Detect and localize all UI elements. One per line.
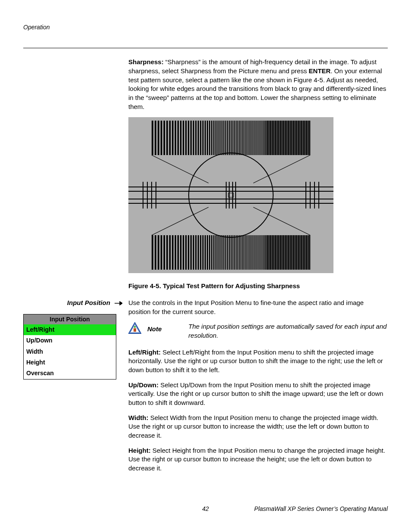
- svg-rect-197: [252, 235, 252, 270]
- svg-rect-36: [234, 121, 235, 155]
- menu-item-width: Width: [24, 346, 116, 357]
- svg-rect-289: [305, 235, 306, 270]
- svg-rect-103: [286, 121, 286, 155]
- svg-rect-17: [195, 121, 196, 155]
- page-footer: 42 PlasmaWall XP Series Owner’s Operatin…: [23, 505, 388, 513]
- svg-rect-110: [290, 121, 290, 155]
- svg-rect-58: [262, 121, 262, 155]
- svg-rect-56: [260, 121, 260, 155]
- svg-rect-155: [166, 235, 168, 270]
- svg-rect-114: [292, 121, 292, 155]
- svg-rect-44: [246, 121, 247, 155]
- svg-rect-163: [188, 235, 189, 270]
- svg-rect-236: [278, 235, 278, 270]
- svg-rect-75: [272, 121, 272, 155]
- test-pattern-image: [128, 117, 333, 273]
- svg-rect-133: [302, 121, 302, 155]
- svg-rect-19: [200, 121, 201, 155]
- svg-rect-122: [296, 121, 296, 155]
- svg-rect-208: [262, 235, 263, 270]
- svg-rect-4: [161, 121, 162, 155]
- svg-rect-120: [295, 121, 296, 155]
- svg-rect-213: [266, 235, 266, 270]
- svg-rect-225: [272, 235, 273, 270]
- svg-rect-46: [249, 121, 250, 155]
- svg-rect-2: [155, 121, 156, 155]
- svg-rect-45: [248, 121, 249, 155]
- svg-rect-146: [308, 121, 309, 155]
- doc-title: PlasmaWall XP Series Owner’s Operating M…: [254, 505, 388, 513]
- svg-rect-151: [155, 235, 156, 270]
- svg-rect-166: [195, 235, 196, 270]
- svg-rect-121: [296, 121, 296, 155]
- svg-rect-249: [285, 235, 285, 270]
- svg-rect-184: [233, 235, 234, 270]
- svg-rect-269: [295, 235, 296, 270]
- svg-rect-97: [283, 121, 283, 155]
- svg-rect-173: [211, 235, 212, 270]
- svg-rect-135: [303, 121, 303, 155]
- svg-rect-22: [207, 121, 208, 155]
- svg-rect-79: [274, 121, 274, 155]
- svg-rect-40: [240, 121, 241, 155]
- svg-rect-275: [298, 235, 299, 270]
- svg-rect-259: [290, 235, 290, 270]
- svg-rect-43: [245, 121, 246, 155]
- svg-rect-156: [169, 235, 171, 270]
- svg-rect-132: [301, 121, 302, 155]
- svg-rect-266: [293, 235, 294, 270]
- svg-rect-180: [225, 235, 226, 270]
- svg-rect-83: [276, 121, 276, 155]
- svg-rect-28: [219, 121, 221, 155]
- svg-rect-204: [259, 235, 259, 270]
- svg-rect-170: [205, 235, 206, 270]
- svg-rect-298: [310, 235, 310, 270]
- page: Operation Sharpness: “Sharpness” is the …: [0, 0, 411, 532]
- svg-rect-61: [264, 121, 265, 155]
- svg-rect-153: [161, 235, 162, 270]
- svg-rect-290: [306, 235, 306, 270]
- svg-rect-189: [240, 235, 241, 270]
- svg-rect-164: [190, 235, 192, 270]
- width-label: Width:: [128, 414, 149, 421]
- svg-rect-202: [257, 235, 258, 270]
- svg-rect-229: [274, 235, 275, 270]
- svg-rect-219: [269, 235, 270, 270]
- svg-rect-88: [278, 121, 279, 155]
- svg-rect-211: [265, 235, 265, 270]
- svg-rect-137: [304, 121, 304, 155]
- svg-rect-167: [198, 235, 199, 270]
- svg-rect-24: [211, 121, 212, 155]
- svg-rect-263: [292, 235, 292, 270]
- svg-rect-39: [239, 121, 240, 155]
- svg-rect-52: [256, 121, 256, 155]
- svg-rect-274: [298, 235, 298, 270]
- svg-rect-278: [299, 235, 300, 270]
- left-right-label: Left/Right:: [128, 348, 161, 356]
- svg-rect-6: [166, 121, 168, 155]
- svg-rect-253: [286, 235, 287, 270]
- up-down-paragraph: Up/Down: Select Up/Down from the Input P…: [128, 381, 388, 408]
- svg-rect-233: [276, 235, 277, 270]
- svg-rect-34: [230, 121, 231, 155]
- svg-rect-169: [202, 235, 204, 270]
- menu-item-left-right: Left/Right: [24, 324, 116, 335]
- svg-rect-231: [275, 235, 276, 270]
- svg-rect-37: [236, 121, 237, 155]
- menu-item-overscan: Overscan: [24, 368, 116, 379]
- input-position-intro: Use the controls in the Input Position M…: [128, 299, 388, 316]
- svg-rect-212: [265, 235, 266, 270]
- svg-rect-27: [218, 121, 219, 155]
- svg-rect-218: [268, 235, 269, 270]
- svg-rect-198: [252, 235, 253, 270]
- svg-rect-220: [270, 235, 270, 270]
- svg-rect-89: [279, 121, 279, 155]
- svg-rect-12: [183, 121, 184, 155]
- svg-rect-85: [277, 121, 277, 155]
- svg-rect-188: [239, 235, 240, 270]
- note-label: Note: [147, 322, 162, 334]
- svg-rect-293: [307, 235, 308, 270]
- svg-rect-13: [185, 121, 187, 155]
- svg-rect-291: [306, 235, 307, 270]
- svg-rect-62: [265, 121, 265, 155]
